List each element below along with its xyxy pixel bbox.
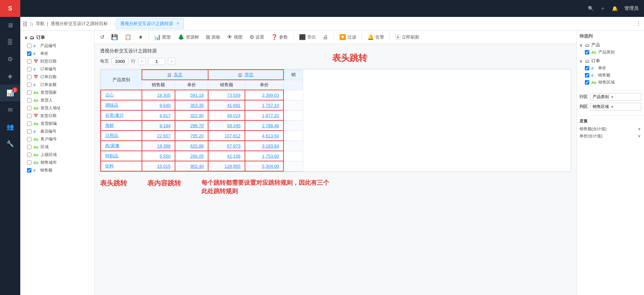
tab-close-icon[interactable]: ✕ xyxy=(176,21,179,26)
table-row-category[interactable]: 调味品 xyxy=(101,100,142,110)
sidebar-item-chart[interactable]: 📊 2 xyxy=(0,85,20,101)
print-button[interactable]: 🖨 xyxy=(320,33,331,42)
checkbox-区域[interactable] xyxy=(27,145,31,149)
right-checkbox-销售区域[interactable] xyxy=(585,80,589,85)
right-checkbox-right-销售额[interactable] xyxy=(585,73,589,77)
current-page-input[interactable] xyxy=(148,58,165,65)
table-cell-dongbei-price[interactable]: 322.90 xyxy=(175,110,208,120)
col-zone-selector[interactable]: 销售区域 ▼ xyxy=(590,103,641,111)
sidebar-item-database[interactable]: 🗄 xyxy=(0,34,20,51)
rows-per-page-input[interactable] xyxy=(112,58,128,65)
table-cell-dongbei-price[interactable]: 795.20 xyxy=(175,131,208,141)
table-cell-dongbei-price[interactable]: 296.70 xyxy=(175,120,208,131)
sidebar-item-tools[interactable]: 🔧 xyxy=(0,135,20,152)
home-icon[interactable]: ⌂ xyxy=(30,21,33,27)
checkbox-雇员编号[interactable] xyxy=(27,129,31,134)
measure-price-arrow-icon[interactable]: ▼ xyxy=(637,134,641,139)
params-button[interactable]: ❓ 参数 xyxy=(268,32,291,42)
huabei-header[interactable]: ⊟ 华北 xyxy=(208,70,283,80)
table-row-category[interactable]: 饮料 xyxy=(101,161,142,171)
table-cell-huabei-price[interactable]: 4,613.50 xyxy=(245,131,283,141)
table-cell-huabei-sales[interactable]: 48,024 xyxy=(208,110,245,120)
table-cell-dongbei-price[interactable]: 620.88 xyxy=(175,141,208,151)
copy-button[interactable]: 📋 xyxy=(122,32,134,42)
measure-sales-arrow-icon[interactable]: ▼ xyxy=(637,127,641,132)
table-cell-huabei-price[interactable]: 1,877.20 xyxy=(245,110,283,120)
app-logo[interactable]: S xyxy=(0,0,20,17)
table-cell-dongbei-price[interactable]: 591.18 xyxy=(175,90,208,100)
alert-button[interactable]: 🔔 告警 xyxy=(365,32,387,42)
table-cell-dongbei-sales[interactable]: 9,640 xyxy=(142,100,175,110)
table-cell-huabei-price[interactable]: 2,788.46 xyxy=(245,120,283,131)
table-row-category[interactable]: 特制品 xyxy=(101,151,142,161)
panel-button[interactable]: ⊞ 面板 xyxy=(203,32,223,42)
table-cell-huabei-sales[interactable]: 58,245 xyxy=(208,120,245,131)
checkbox-订单编号[interactable] xyxy=(27,67,31,71)
checkbox-订单金额[interactable] xyxy=(27,83,31,87)
checkbox-产品编号[interactable] xyxy=(27,44,31,48)
right-checkbox-产品类别[interactable] xyxy=(585,50,589,54)
table-row-category[interactable]: 肉/家禽 xyxy=(101,141,142,151)
table-cell-huabei-price[interactable]: 1,753.60 xyxy=(245,151,283,161)
resource-tree-button[interactable]: 🌲 资源树 xyxy=(175,32,202,42)
table-cell-dongbei-sales[interactable]: 9,194 xyxy=(142,120,175,131)
huabei-label[interactable]: 华北 xyxy=(245,72,253,77)
table-cell-huabei-price[interactable]: 1,757.10 xyxy=(245,100,283,110)
dongbei-label[interactable]: 东北 xyxy=(174,72,182,77)
filter-button[interactable]: 🔽 过滤 xyxy=(337,32,359,42)
checkbox-发货国家[interactable] xyxy=(27,90,31,95)
table-cell-dongbei-sales[interactable]: 19,396 xyxy=(142,141,175,151)
dongbei-header[interactable]: ⊟ 东北 xyxy=(142,70,208,80)
table-cell-huabei-sales[interactable]: 42,156 xyxy=(208,151,245,161)
settings-button[interactable]: ⚙ 设置 xyxy=(247,32,267,42)
bell-icon[interactable]: 🔔 xyxy=(612,6,618,11)
checkbox-订单日期[interactable] xyxy=(27,75,31,79)
row-zone-selector[interactable]: 产品类别 ▼ xyxy=(590,93,641,101)
save-button[interactable]: 💾 xyxy=(108,32,121,42)
tab-pivot-source[interactable]: 透视分析交互设计之跳转源 ✕ xyxy=(116,18,184,29)
table-row-category[interactable]: 日用品 xyxy=(101,131,142,141)
view-button[interactable]: 👁 视图 xyxy=(224,33,245,42)
table-cell-huabei-sales[interactable]: 73,559 xyxy=(208,90,245,100)
chevron-down-icon[interactable]: ∨ xyxy=(24,35,28,40)
search-icon[interactable]: 🔍 xyxy=(588,6,594,11)
refresh-button[interactable]: ↺ xyxy=(97,32,107,42)
prev-page-button[interactable]: ‹ xyxy=(138,58,146,65)
table-row-category[interactable]: 谷类/麦片 xyxy=(101,110,142,120)
sidebar-item-settings[interactable]: ⚙ xyxy=(0,51,20,68)
table-cell-dongbei-price[interactable]: 902.40 xyxy=(175,161,208,171)
table-cell-dongbei-sales[interactable]: 18,305 xyxy=(142,90,175,100)
right-checkbox-单价[interactable] xyxy=(585,66,589,70)
table-cell-huabei-sales[interactable]: 128,955 xyxy=(208,161,245,171)
table-row-category[interactable]: 点心 xyxy=(101,90,142,100)
chart-button[interactable]: 📊 图形 xyxy=(151,32,174,42)
checkbox-到货日期[interactable] xyxy=(27,59,31,64)
table-cell-dongbei-sales[interactable]: 9,817 xyxy=(142,110,175,120)
checkbox-销售额[interactable] xyxy=(27,168,31,173)
table-cell-huabei-price[interactable]: 5,304.00 xyxy=(245,161,283,171)
checkbox-客户编号[interactable] xyxy=(27,137,31,141)
table-cell-huabei-price[interactable]: 3,193.84 xyxy=(245,141,283,151)
checkbox-发货人地址[interactable] xyxy=(27,106,31,110)
favorite-button[interactable]: ★ xyxy=(135,32,146,42)
table-cell-dongbei-sales[interactable]: 22,607 xyxy=(142,131,175,141)
table-row-category[interactable]: 海鲜 xyxy=(101,120,142,131)
table-cell-huabei-price[interactable]: 3,399.03 xyxy=(245,90,283,100)
sidebar-item-usergroup[interactable]: 👥 xyxy=(0,118,20,135)
table-cell-dongbei-sales[interactable]: 15,015 xyxy=(142,161,175,171)
table-cell-huabei-sales[interactable]: 41,691 xyxy=(208,100,245,110)
collapse-icon[interactable]: ||| xyxy=(23,21,27,27)
sidebar-item-send[interactable]: ✉ xyxy=(0,101,20,118)
sidebar-item-monitor[interactable]: 🖥 xyxy=(0,17,20,34)
table-cell-dongbei-sales[interactable]: 5,550 xyxy=(142,151,175,161)
checkbox-发货日期[interactable] xyxy=(27,114,31,118)
table-cell-huabei-sales[interactable]: 107,812 xyxy=(208,131,245,141)
checkbox-上级区域[interactable] xyxy=(27,153,31,157)
checkbox-发货人[interactable] xyxy=(27,98,31,103)
checkbox-单价[interactable] xyxy=(27,51,31,56)
checkbox-销售城市[interactable] xyxy=(27,160,31,165)
sidebar-item-cube[interactable]: ◈ xyxy=(0,68,20,85)
tab-more-icon[interactable]: ⋮ xyxy=(636,20,641,27)
add-icon[interactable]: ＋ xyxy=(600,5,605,12)
table-cell-huabei-sales[interactable]: 67,973 xyxy=(208,141,245,151)
